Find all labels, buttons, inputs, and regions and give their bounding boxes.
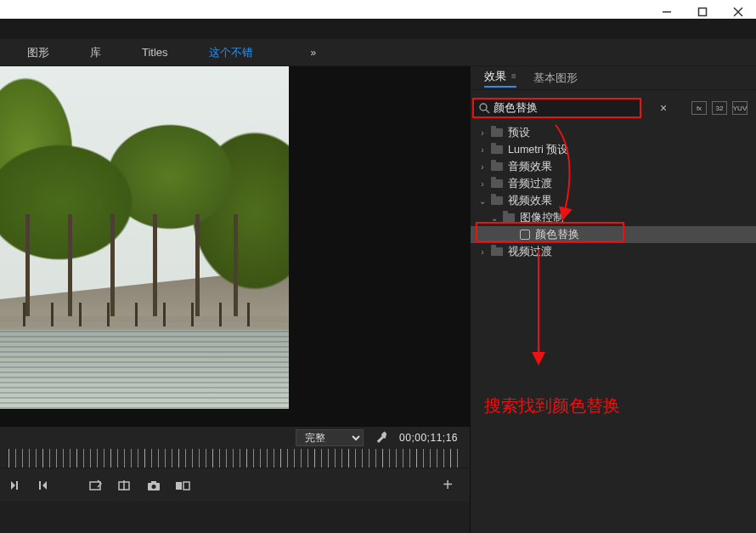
folder-icon <box>503 213 515 222</box>
folder-icon <box>491 179 503 188</box>
effects-panel: 效果≡ 基本图形 × fx 32 YUV ›预设 ›Lumetri 预设 <box>470 66 756 533</box>
tree-node[interactable]: ›音频过渡 <box>471 175 756 192</box>
tree-node[interactable]: ⌄视频效果 <box>471 192 756 209</box>
panel-menu-icon[interactable]: ≡ <box>511 71 516 81</box>
filter-32bit-icon[interactable]: 32 <box>712 101 727 115</box>
tab-library[interactable]: 库 <box>90 45 101 60</box>
panel-tab-graphics[interactable]: 基本图形 <box>533 71 578 86</box>
tree-node[interactable]: ›预设 <box>471 124 756 141</box>
tab-custom[interactable]: 这个不错 <box>209 45 253 60</box>
close-button[interactable] <box>732 6 744 18</box>
svg-rect-1 <box>699 9 707 16</box>
tree-node-selected[interactable]: 颜色替换 <box>471 226 756 243</box>
svg-rect-13 <box>183 482 189 490</box>
svg-rect-10 <box>151 481 156 484</box>
folder-icon <box>491 162 503 171</box>
timecode-display[interactable]: 00;00;11;16 <box>399 432 458 444</box>
mark-in-icon[interactable] <box>7 479 22 492</box>
export-frame-icon[interactable] <box>88 479 104 492</box>
svg-rect-4 <box>16 481 18 490</box>
filter-accelerated-icon[interactable]: fx <box>691 101 707 115</box>
svg-point-14 <box>480 104 487 111</box>
compare-icon[interactable] <box>175 479 190 492</box>
program-monitor-panel: 完整 00;00;11;16 + <box>0 66 470 533</box>
svg-line-15 <box>486 110 489 113</box>
effects-search-row: × fx 32 YUV <box>471 94 756 122</box>
filter-badges: fx 32 YUV <box>691 101 748 115</box>
svg-point-11 <box>152 485 156 489</box>
search-icon <box>479 103 490 114</box>
workspace-tabbar: 图形 库 Titles 这个不错 » <box>0 39 756 66</box>
effect-preset-icon <box>520 230 530 240</box>
time-ruler[interactable] <box>0 449 470 468</box>
folder-icon <box>491 128 503 137</box>
program-monitor-viewport[interactable] <box>0 66 470 427</box>
tree-node[interactable]: ›音频效果 <box>471 158 756 175</box>
titlebar-strip <box>0 19 756 39</box>
tree-node[interactable]: ⌄图像控制 <box>471 209 756 226</box>
tree-node[interactable]: ›视频过渡 <box>471 243 756 260</box>
folder-icon <box>491 196 503 205</box>
effects-search-input[interactable] <box>494 102 636 115</box>
annotation-arrow-2 <box>530 250 547 369</box>
button-editor-plus-icon[interactable]: + <box>443 475 453 495</box>
effects-tree: ›预设 ›Lumetri 预设 ›音频效果 ›音频过渡 ⌄视频效果 ⌄图像控制 … <box>471 122 756 533</box>
minimize-button[interactable] <box>661 6 673 18</box>
app-frame: 图形 库 Titles 这个不错 » <box>0 19 756 533</box>
svg-rect-5 <box>39 481 41 490</box>
preview-image <box>0 66 289 409</box>
annotation-text: 搜索找到颜色替换 <box>484 394 620 417</box>
svg-rect-12 <box>176 482 182 490</box>
resolution-dropdown[interactable]: 完整 <box>296 429 364 446</box>
tab-titles[interactable]: Titles <box>142 46 168 59</box>
tab-graphics[interactable]: 图形 <box>27 45 49 60</box>
folder-icon <box>491 247 503 256</box>
tree-node[interactable]: ›Lumetri 预设 <box>471 141 756 158</box>
maximize-button[interactable] <box>697 6 708 18</box>
mark-out-icon[interactable] <box>36 479 51 492</box>
clear-search-icon[interactable]: × <box>660 101 667 115</box>
camera-icon[interactable] <box>146 479 161 492</box>
folder-icon <box>491 145 503 154</box>
panel-tab-effects[interactable]: 效果≡ <box>484 69 516 88</box>
panel-tabbar: 效果≡ 基本图形 <box>471 66 756 90</box>
effects-search-box <box>472 98 641 118</box>
insert-icon[interactable] <box>117 479 133 492</box>
transport-toolbar: + <box>0 468 470 502</box>
window-controls <box>646 0 756 24</box>
filter-yuv-icon[interactable]: YUV <box>732 101 748 115</box>
more-tabs-button[interactable]: » <box>311 47 317 59</box>
settings-wrench-icon[interactable] <box>375 431 387 445</box>
monitor-controls-bar: 完整 00;00;11;16 <box>0 427 470 449</box>
